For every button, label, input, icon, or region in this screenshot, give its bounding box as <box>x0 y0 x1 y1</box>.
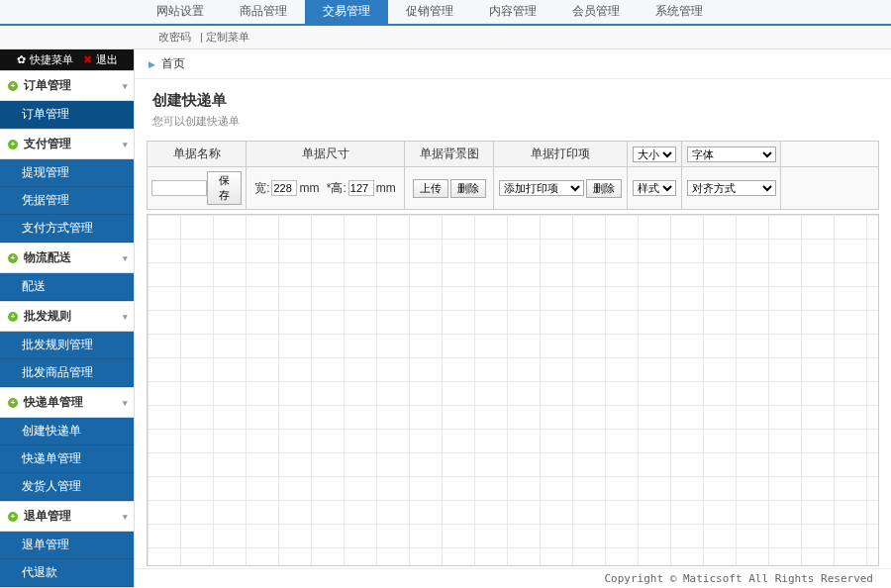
th-size: 单据尺寸 <box>247 142 405 166</box>
breadcrumb: ▶ 首页 <box>135 49 891 79</box>
sidebar-group-header[interactable]: +批发规则▾ <box>0 301 134 332</box>
top-nav: 网站设置商品管理交易管理促销管理内容管理会员管理系统管理 <box>0 0 891 26</box>
chevron-down-icon: ▾ <box>123 253 128 263</box>
sidebar-item[interactable]: 退单管理 <box>0 532 134 559</box>
plus-icon: + <box>8 81 18 91</box>
topnav-item[interactable]: 商品管理 <box>222 0 305 24</box>
sidebar-group-header[interactable]: +快递单管理▾ <box>0 387 134 418</box>
sidebar-item[interactable]: 提现管理 <box>0 159 134 187</box>
sidebar-fav-label[interactable]: 快捷菜单 <box>30 52 73 67</box>
chevron-down-icon: ▾ <box>123 398 128 408</box>
triangle-icon: ▶ <box>148 59 155 69</box>
plus-icon: + <box>8 140 18 149</box>
sidebar-group-header[interactable]: +支付管理▾ <box>0 129 134 159</box>
align-select[interactable]: 对齐方式 <box>687 180 776 196</box>
topnav-item[interactable]: 内容管理 <box>471 0 554 24</box>
width-label: 宽: <box>254 180 269 197</box>
chevron-down-icon: ▾ <box>123 81 128 91</box>
sidebar-item[interactable]: 批发商品管理 <box>0 359 134 387</box>
crumb-custom-menu[interactable]: 定制菜单 <box>206 31 249 43</box>
sidebar-item[interactable]: 发货人管理 <box>0 473 134 501</box>
width-unit: mm <box>299 181 319 195</box>
name-input[interactable] <box>151 180 207 196</box>
sidebar-item[interactable]: 代退款 <box>0 559 134 587</box>
save-button[interactable]: 保存 <box>207 171 242 205</box>
width-input[interactable] <box>271 180 297 196</box>
delete-print-button[interactable]: 删除 <box>586 179 622 198</box>
sidebar-group-header[interactable]: +退单管理▾ <box>0 501 134 532</box>
topnav-item[interactable]: 会员管理 <box>554 0 638 24</box>
th-print: 单据打印项 <box>494 142 628 166</box>
sidebar-item[interactable]: 配送 <box>0 273 134 301</box>
toolbar: 单据名称 单据尺寸 单据背景图 单据打印项 大小 字体 保存 宽: mm <box>147 141 879 210</box>
height-unit: mm <box>376 181 396 195</box>
close-icon[interactable]: ✖ <box>83 53 92 66</box>
font-size-select-hdr[interactable]: 大小 <box>633 147 676 162</box>
add-print-select[interactable]: 添加打印项 <box>499 180 584 196</box>
sidebar: ✿ 快捷菜单 ✖ 退出 +订单管理▾订单管理+支付管理▾提现管理凭据管理支付方式… <box>0 49 134 588</box>
height-label: *高: <box>327 180 346 197</box>
gear-icon: ✿ <box>17 53 26 66</box>
page-subtitle: 您可以创建快递单 <box>152 114 873 129</box>
sidebar-item[interactable]: 凭据管理 <box>0 187 134 215</box>
design-canvas[interactable] <box>147 214 879 566</box>
crumb-password[interactable]: 改密码 <box>158 31 191 43</box>
upload-button[interactable]: 上传 <box>413 179 448 198</box>
style-select[interactable]: 样式 <box>633 180 676 196</box>
sidebar-item[interactable]: 订单管理 <box>0 101 134 129</box>
sidebar-group-header[interactable]: +物流配送▾ <box>0 243 134 273</box>
crumb-bar: 改密码 | 定制菜单 <box>0 26 891 49</box>
plus-icon: + <box>8 312 18 322</box>
sidebar-group-header[interactable]: +订单管理▾ <box>0 70 134 101</box>
plus-icon: + <box>8 253 18 263</box>
breadcrumb-home[interactable]: 首页 <box>161 55 185 72</box>
plus-icon: + <box>8 512 18 522</box>
sidebar-exit-label[interactable]: 退出 <box>96 52 118 67</box>
height-input[interactable] <box>348 180 374 196</box>
plus-icon: + <box>8 398 18 408</box>
main: ▶ 首页 创建快递单 您可以创建快递单 单据名称 单据尺寸 单据背景图 单据打印… <box>134 49 891 588</box>
th-bg: 单据背景图 <box>405 142 494 166</box>
topnav-item[interactable]: 系统管理 <box>638 0 721 24</box>
sidebar-top: ✿ 快捷菜单 ✖ 退出 <box>0 49 134 70</box>
chevron-down-icon: ▾ <box>123 140 128 149</box>
sidebar-item[interactable]: 批发规则管理 <box>0 332 134 359</box>
chevron-down-icon: ▾ <box>123 512 128 522</box>
sidebar-item[interactable]: 创建快递单 <box>0 418 134 445</box>
sidebar-item[interactable]: 支付方式管理 <box>0 215 134 243</box>
chevron-down-icon: ▾ <box>123 312 128 322</box>
page-title: 创建快递单 <box>152 91 873 110</box>
topnav-item[interactable]: 网站设置 <box>139 0 222 24</box>
topnav-item[interactable]: 促销管理 <box>388 0 471 24</box>
sidebar-item[interactable]: 快递单管理 <box>0 445 134 473</box>
footer: Copyright © Maticsoft All Rights Reserve… <box>135 568 891 588</box>
topnav-item[interactable]: 交易管理 <box>305 0 388 24</box>
font-select-hdr[interactable]: 字体 <box>687 147 776 162</box>
th-name: 单据名称 <box>148 142 247 166</box>
delete-bg-button[interactable]: 删除 <box>450 179 486 198</box>
